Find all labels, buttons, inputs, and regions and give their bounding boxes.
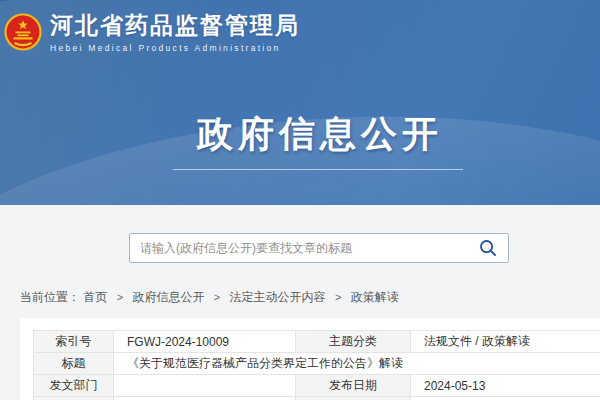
- title-value: 《关于规范医疗器械产品分类界定工作的公告》解读: [114, 353, 600, 375]
- breadcrumb: 当前位置： 首页 > 政府信息公开 > 法定主动公开内容 > 政策解读: [20, 289, 399, 306]
- breadcrumb-separator: >: [117, 291, 123, 303]
- search-button[interactable]: [473, 234, 508, 262]
- breadcrumb-home[interactable]: 首页: [83, 290, 107, 304]
- title-label: 标题: [34, 353, 114, 375]
- site-logo[interactable]: 河北省药品监督管理局 Hebei Medical Products Admini…: [4, 12, 300, 53]
- table-row: 索引号 FGWJ-2024-10009 主题分类 法规文件 / 政策解读: [34, 331, 600, 353]
- national-emblem-icon: [4, 13, 42, 51]
- breadcrumb-policy-interpretation[interactable]: 政策解读: [351, 290, 399, 304]
- breadcrumb-separator: >: [214, 291, 220, 303]
- search-icon: [479, 239, 497, 257]
- site-header: 河北省药品监督管理局 Hebei Medical Products Admini…: [0, 0, 600, 205]
- breadcrumb-statutory-disclosure[interactable]: 法定主动公开内容: [230, 290, 326, 304]
- date-value: 2024-05-13: [411, 375, 600, 397]
- department-value: [114, 375, 296, 397]
- info-table: 索引号 FGWJ-2024-10009 主题分类 法规文件 / 政策解读 标题 …: [33, 330, 600, 400]
- title-underline: [173, 169, 463, 170]
- table-row: 发文部门 发布日期 2024-05-13: [34, 375, 600, 397]
- breadcrumb-gov-info[interactable]: 政府信息公开: [132, 290, 204, 304]
- date-label: 发布日期: [296, 375, 411, 397]
- content-panel: 索引号 FGWJ-2024-10009 主题分类 法规文件 / 政策解读 标题 …: [20, 318, 600, 400]
- index-value: FGWJ-2024-10009: [114, 331, 296, 353]
- org-names: 河北省药品监督管理局 Hebei Medical Products Admini…: [50, 12, 300, 53]
- department-label: 发文部门: [34, 375, 114, 397]
- search-input[interactable]: [130, 234, 473, 262]
- category-label: 主题分类: [296, 331, 411, 353]
- index-label: 索引号: [34, 331, 114, 353]
- category-value: 法规文件 / 政策解读: [411, 331, 600, 353]
- breadcrumb-prefix: 当前位置：: [20, 290, 80, 304]
- breadcrumb-separator: >: [335, 291, 341, 303]
- org-name: 河北省药品监督管理局: [50, 12, 300, 40]
- page: 河北省药品监督管理局 Hebei Medical Products Admini…: [0, 0, 600, 400]
- org-name-en: Hebei Medical Products Administration: [50, 43, 300, 53]
- page-title: 政府信息公开: [0, 110, 600, 159]
- table-row: 标题 《关于规范医疗器械产品分类界定工作的公告》解读: [34, 353, 600, 375]
- search-box: [129, 233, 509, 263]
- table-row-partial: [34, 397, 600, 400]
